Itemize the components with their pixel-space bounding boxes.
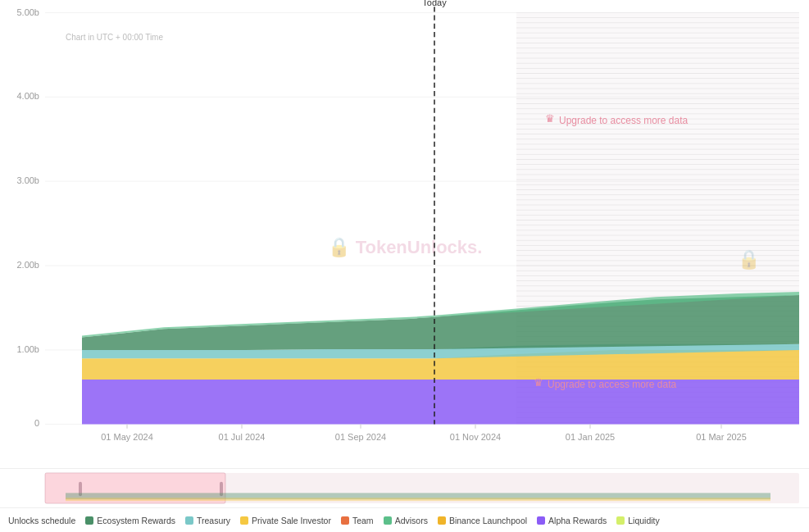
unlocks-schedule-label: Unlocks schedule (8, 516, 75, 525)
alpha-rewards-label: Alpha Rewards (548, 516, 607, 525)
private-sale-label: Private Sale Investor (252, 516, 331, 525)
svg-text:4.00b: 4.00b (17, 91, 39, 101)
svg-text:♛: ♛ (534, 376, 543, 389)
liquidity-label: Liquidity (628, 516, 660, 525)
svg-marker-17 (82, 380, 799, 425)
svg-text:3.00b: 3.00b (17, 175, 39, 185)
team-swatch (341, 516, 349, 525)
svg-text:2.00b: 2.00b (17, 260, 39, 270)
svg-text:🔒 TokenUnlocks.: 🔒 TokenUnlocks. (328, 235, 482, 257)
svg-text:01 Sep 2024: 01 Sep 2024 (335, 432, 386, 442)
legend-team: Team (341, 516, 374, 525)
legend-advisors: Advisors (384, 516, 428, 525)
advisors-label: Advisors (395, 516, 428, 525)
chart-area: 5.00b 4.00b 3.00b 2.00b 1.00b 0 Chart in… (0, 0, 809, 468)
minimap[interactable] (0, 468, 809, 507)
svg-text:01 Nov 2024: 01 Nov 2024 (450, 432, 501, 442)
svg-text:1.00b: 1.00b (17, 344, 39, 354)
svg-text:Upgrade to access more data: Upgrade to access more data (548, 379, 676, 390)
alpha-rewards-swatch (537, 516, 545, 525)
treasury-label: Treasury (197, 516, 230, 525)
svg-text:0: 0 (34, 417, 39, 427)
binance-launchpool-label: Binance Launchpool (449, 516, 527, 525)
ecosystem-rewards-swatch (85, 516, 93, 525)
legend-bar: Unlocks schedule Ecosystem Rewards Treas… (0, 507, 809, 532)
svg-text:01 Jul 2024: 01 Jul 2024 (219, 432, 266, 442)
legend-liquidity: Liquidity (616, 516, 660, 525)
svg-text:🔒: 🔒 (738, 248, 761, 271)
legend-alpha-rewards: Alpha Rewards (537, 516, 607, 525)
svg-rect-48 (66, 498, 770, 501)
svg-text:Chart in UTC + 00:00 Time: Chart in UTC + 00:00 Time (66, 33, 163, 42)
ecosystem-rewards-label: Ecosystem Rewards (97, 516, 175, 525)
legend-ecosystem-rewards: Ecosystem Rewards (85, 516, 175, 525)
svg-text:Upgrade to access more data: Upgrade to access more data (559, 115, 688, 126)
legend-binance-launchpool: Binance Launchpool (438, 516, 527, 525)
svg-text:01 May 2024: 01 May 2024 (101, 432, 153, 442)
svg-text:01 Jan 2025: 01 Jan 2025 (566, 432, 615, 442)
team-label: Team (352, 516, 374, 525)
svg-text:♛: ♛ (545, 112, 555, 125)
advisors-swatch (384, 516, 392, 525)
legend-treasury: Treasury (185, 516, 230, 525)
chart-container: 5.00b 4.00b 3.00b 2.00b 1.00b 0 Chart in… (0, 0, 809, 532)
legend-unlocks-schedule: Unlocks schedule (8, 516, 75, 525)
treasury-swatch (185, 516, 193, 525)
svg-text:01 Mar 2025: 01 Mar 2025 (696, 432, 747, 442)
private-sale-swatch (240, 516, 248, 525)
svg-text:Today: Today (422, 0, 447, 7)
svg-text:5.00b: 5.00b (17, 7, 39, 16)
liquidity-swatch (616, 516, 625, 525)
binance-launchpool-swatch (438, 516, 446, 525)
legend-private-sale: Private Sale Investor (240, 516, 331, 525)
